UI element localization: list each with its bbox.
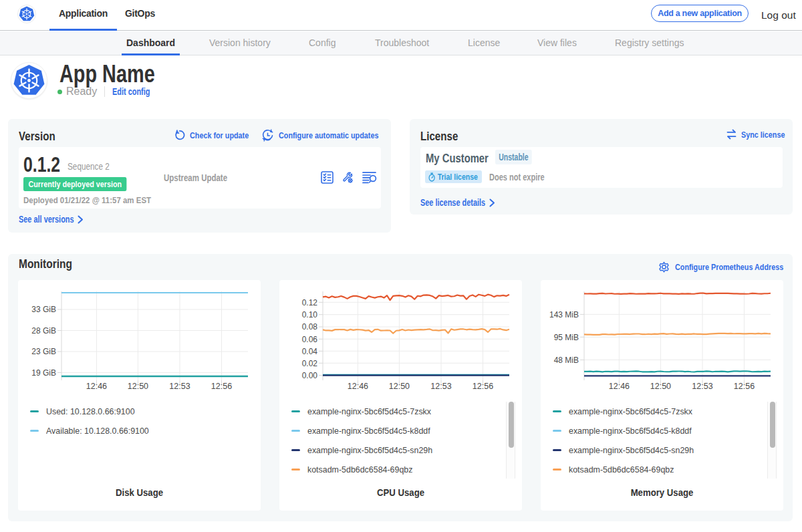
svg-text:95 MiB: 95 MiB: [554, 333, 579, 342]
svg-text:12:56: 12:56: [211, 382, 232, 391]
svg-text:48 MiB: 48 MiB: [554, 356, 579, 365]
svg-text:33 GiB: 33 GiB: [31, 305, 56, 314]
svg-text:23 GiB: 23 GiB: [31, 347, 56, 356]
svg-text:0.10: 0.10: [302, 310, 318, 319]
svg-text:12:53: 12:53: [430, 382, 451, 391]
svg-text:0.00: 0.00: [302, 371, 318, 380]
svg-text:12:56: 12:56: [734, 382, 755, 391]
svg-text:12:46: 12:46: [609, 382, 630, 391]
svg-text:143 MiB: 143 MiB: [549, 310, 579, 319]
svg-text:12:50: 12:50: [128, 382, 148, 391]
svg-text:12:53: 12:53: [692, 382, 712, 391]
svg-text:0.04: 0.04: [302, 347, 318, 356]
svg-text:0.08: 0.08: [302, 322, 318, 331]
svg-text:28 GiB: 28 GiB: [31, 326, 56, 336]
svg-text:12:46: 12:46: [86, 382, 107, 391]
svg-text:19 GiB: 19 GiB: [31, 368, 56, 378]
svg-text:12:46: 12:46: [348, 382, 368, 391]
svg-text:0.02: 0.02: [302, 359, 318, 368]
svg-text:12:56: 12:56: [473, 382, 493, 391]
svg-text:12:50: 12:50: [650, 382, 671, 391]
svg-text:12:50: 12:50: [389, 382, 410, 391]
svg-text:0.12: 0.12: [302, 298, 318, 307]
svg-text:0.06: 0.06: [302, 335, 318, 344]
svg-text:12:53: 12:53: [169, 382, 190, 391]
